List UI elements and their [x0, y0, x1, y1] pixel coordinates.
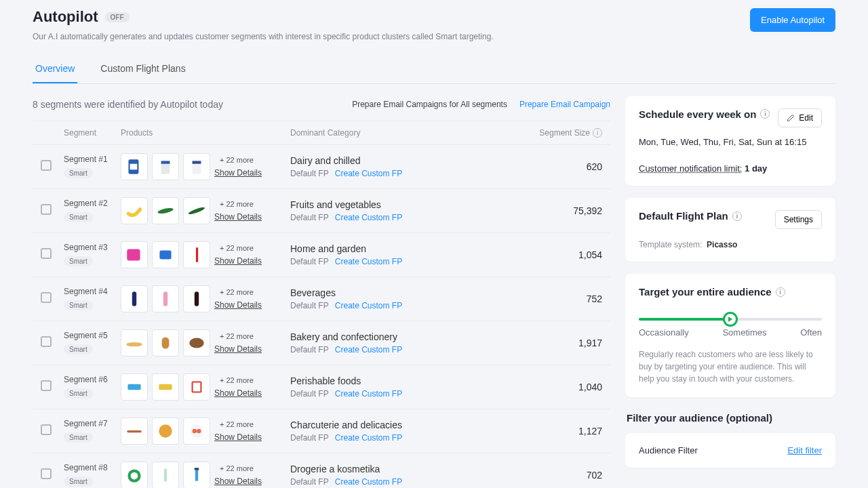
row-checkbox[interactable] — [41, 248, 52, 259]
info-icon[interactable]: i — [593, 128, 602, 138]
row-checkbox[interactable] — [41, 160, 52, 171]
product-thumbnails: + 22 more Show Details — [121, 241, 290, 268]
tab-overview[interactable]: Overview — [33, 55, 77, 83]
create-custom-fp-link[interactable]: Create Custom FP — [335, 213, 402, 222]
product-thumbnail[interactable] — [183, 285, 210, 312]
create-custom-fp-link[interactable]: Create Custom FP — [335, 477, 402, 487]
category-sub: Default FP Create Custom FP — [290, 433, 534, 443]
edit-schedule-button[interactable]: Edit — [778, 108, 822, 127]
show-details-link[interactable]: Show Details — [214, 300, 262, 310]
info-icon[interactable]: i — [732, 211, 742, 221]
svg-rect-29 — [195, 469, 198, 481]
product-thumbnail[interactable] — [121, 197, 148, 224]
product-thumbnail[interactable] — [152, 373, 179, 401]
segment-name: Segment #6 — [64, 375, 121, 384]
show-details-link[interactable]: Show Details — [214, 432, 262, 442]
product-thumbnail[interactable] — [183, 153, 210, 180]
notification-limit: Customer notification limit: 1 day — [639, 163, 822, 174]
category-title: Charcuterie and delicacies — [290, 420, 534, 430]
svg-point-16 — [189, 338, 203, 348]
product-thumbnail[interactable] — [121, 153, 148, 180]
row-checkbox[interactable] — [41, 468, 52, 479]
more-products-text: + 22 more — [220, 288, 262, 296]
prepare-all-link[interactable]: Prepare Email Campaigns for All segments — [352, 100, 507, 109]
settings-button[interactable]: Settings — [775, 210, 822, 229]
product-thumbnails: + 22 more Show Details — [121, 329, 290, 357]
enable-autopilot-button[interactable]: Enable Autopilot — [750, 8, 835, 32]
product-thumbnail[interactable] — [121, 285, 148, 312]
segment-size: 1,917 — [578, 338, 602, 348]
category-sub: Default FP Create Custom FP — [290, 301, 534, 310]
create-custom-fp-link[interactable]: Create Custom FP — [335, 257, 402, 266]
show-details-link[interactable]: Show Details — [214, 476, 262, 486]
smart-badge: Smart — [64, 476, 93, 487]
smart-badge: Smart — [64, 300, 93, 310]
svg-point-14 — [126, 342, 142, 346]
page-title: Autopilot OFF — [33, 8, 494, 26]
svg-rect-20 — [193, 382, 201, 391]
edit-filter-link[interactable]: Edit filter — [787, 445, 822, 455]
show-details-link[interactable]: Show Details — [214, 344, 262, 354]
create-custom-fp-link[interactable]: Create Custom FP — [335, 389, 402, 399]
show-details-link[interactable]: Show Details — [214, 388, 262, 398]
schedule-title: Schedule every week on i — [639, 108, 770, 120]
product-thumbnail[interactable] — [152, 462, 179, 488]
svg-point-24 — [193, 429, 197, 433]
svg-rect-9 — [159, 250, 171, 259]
category-sub: Default FP Create Custom FP — [290, 345, 534, 354]
tabs: Overview Custom Flight Plans — [33, 55, 835, 84]
slider-handle[interactable] — [723, 312, 738, 327]
category-title: Perishable foods — [290, 375, 534, 386]
create-custom-fp-link[interactable]: Create Custom FP — [335, 301, 402, 310]
more-products-text: + 22 more — [220, 376, 262, 384]
frequency-slider[interactable] — [639, 318, 822, 321]
product-thumbnails: + 22 more Show Details — [121, 153, 290, 180]
create-custom-fp-link[interactable]: Create Custom FP — [335, 433, 402, 443]
show-details-link[interactable]: Show Details — [214, 168, 262, 178]
create-custom-fp-link[interactable]: Create Custom FP — [335, 169, 402, 178]
product-thumbnail[interactable] — [121, 329, 148, 357]
info-icon[interactable]: i — [760, 109, 770, 119]
product-thumbnail[interactable] — [183, 329, 210, 357]
smart-badge: Smart — [64, 168, 93, 178]
product-thumbnail[interactable] — [152, 418, 179, 445]
row-checkbox[interactable] — [41, 336, 52, 347]
product-thumbnail[interactable] — [152, 241, 179, 268]
default-fp-title: Default Flight Plan i — [639, 210, 742, 222]
page-title-text: Autopilot — [33, 8, 98, 26]
col-segment: Segment — [64, 128, 121, 138]
product-thumbnail[interactable] — [152, 197, 179, 224]
product-thumbnail[interactable] — [121, 418, 148, 445]
show-details-link[interactable]: Show Details — [214, 212, 262, 222]
tab-custom-flight-plans[interactable]: Custom Flight Plans — [98, 55, 188, 83]
segment-size: 1,040 — [578, 382, 602, 392]
product-thumbnail[interactable] — [183, 462, 210, 488]
segment-size: 620 — [587, 161, 602, 172]
row-checkbox[interactable] — [41, 204, 52, 215]
product-thumbnail[interactable] — [121, 373, 148, 401]
row-checkbox[interactable] — [41, 380, 52, 391]
product-thumbnail[interactable] — [121, 462, 148, 488]
table-row: Segment #3 Smart + 22 more Show Details … — [33, 233, 610, 277]
show-details-link[interactable]: Show Details — [214, 256, 262, 266]
product-thumbnail[interactable] — [183, 197, 210, 224]
table-row: Segment #8 Smart + 22 more Show Details … — [33, 453, 610, 488]
svg-rect-3 — [161, 161, 170, 163]
row-checkbox[interactable] — [41, 292, 52, 303]
product-thumbnail[interactable] — [152, 285, 179, 312]
table-row: Segment #5 Smart + 22 more Show Details … — [33, 321, 610, 365]
product-thumbnail[interactable] — [183, 418, 210, 445]
product-thumbnail[interactable] — [183, 241, 210, 268]
product-thumbnail[interactable] — [121, 241, 148, 268]
default-flight-plan-card: Default Flight Plan i Settings Template … — [625, 198, 835, 262]
product-thumbnail[interactable] — [152, 329, 179, 357]
category-title: Fruits and vegetables — [290, 199, 534, 210]
info-icon[interactable]: i — [776, 287, 785, 297]
create-custom-fp-link[interactable]: Create Custom FP — [335, 345, 402, 354]
product-thumbnail[interactable] — [152, 153, 179, 180]
product-thumbnails: + 22 more Show Details — [121, 418, 290, 445]
product-thumbnail[interactable] — [183, 373, 210, 401]
prepare-campaign-link[interactable]: Prepare Email Campaign — [519, 100, 610, 109]
row-checkbox[interactable] — [41, 424, 52, 435]
audience-filter-card: Audience Filter Edit filter — [625, 433, 835, 468]
